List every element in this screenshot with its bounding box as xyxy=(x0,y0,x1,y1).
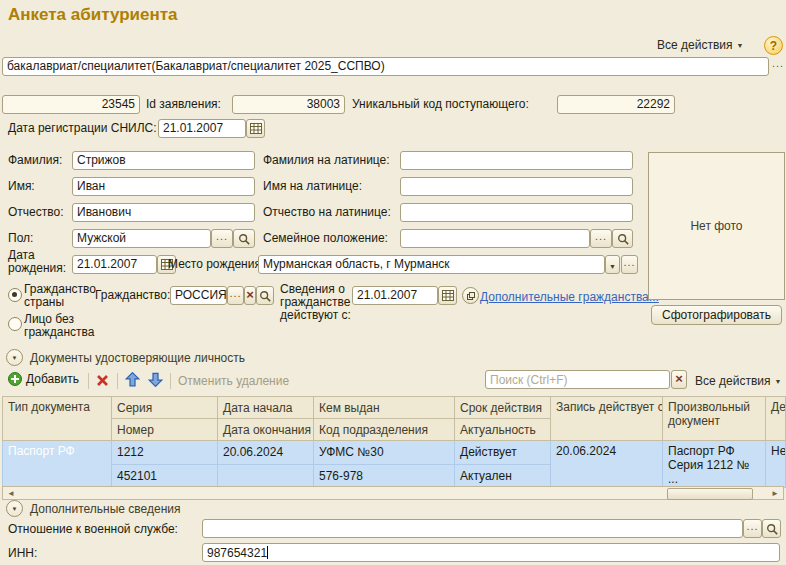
lastname-field[interactable]: Стрижов xyxy=(72,151,255,170)
lastname-latin-field[interactable] xyxy=(400,151,633,170)
marital-select-button[interactable] xyxy=(590,229,612,248)
cell-actuality[interactable]: Актуален xyxy=(455,464,551,488)
search-input[interactable] xyxy=(485,370,670,389)
magnifier-icon xyxy=(766,523,778,535)
cell-date-end[interactable] xyxy=(218,464,314,488)
collapse-icon xyxy=(6,500,23,517)
horizontal-scrollbar[interactable]: ◄ ► xyxy=(2,486,784,500)
inn-label: ИНН: xyxy=(8,547,37,560)
photo-placeholder: Нет фото xyxy=(648,152,785,300)
birthdate-field[interactable]: 21.01.2007 xyxy=(72,255,157,274)
toolbar-separator xyxy=(117,373,118,389)
magnifier-icon xyxy=(617,233,629,245)
military-field[interactable] xyxy=(202,519,743,538)
scrollbar-thumb[interactable] xyxy=(667,488,753,500)
firstname-field[interactable]: Иван xyxy=(72,177,255,196)
open-window-icon[interactable] xyxy=(462,287,479,304)
inn-field[interactable]: 987654321 xyxy=(202,543,780,562)
magnifier-icon xyxy=(238,233,250,245)
snils-date-field[interactable]: 21.01.2007 xyxy=(158,119,246,138)
additional-citizenship-link[interactable]: Дополнительные гражданства... xyxy=(480,290,659,304)
documents-section-header[interactable]: Документы удостоверяющие личность xyxy=(6,349,245,366)
add-document-button[interactable]: Добавить xyxy=(8,372,79,386)
cell-doc-type[interactable]: Паспорт РФ xyxy=(3,441,112,488)
marital-open-button[interactable] xyxy=(612,229,633,248)
col-series: Серия xyxy=(112,397,218,419)
arrow-down-icon xyxy=(148,372,163,387)
calendar-icon xyxy=(442,290,454,301)
record-id-field[interactable]: 23545 xyxy=(2,95,140,114)
birthplace-field[interactable]: Мурманская область, г Мурманск xyxy=(258,255,605,274)
program-more-button[interactable] xyxy=(772,60,784,72)
citizenship-country-radio[interactable] xyxy=(8,288,22,302)
birthplace-dropdown-button[interactable] xyxy=(605,255,620,274)
firstname-latin-label: Имя на латинице: xyxy=(263,180,362,193)
stateless-radio[interactable] xyxy=(8,317,22,331)
clear-icon xyxy=(246,288,254,303)
all-actions-menu-top[interactable]: Все действия xyxy=(657,38,743,52)
unique-code-label: Уникальный код поступающего: xyxy=(352,98,529,111)
citizenship-select-button[interactable] xyxy=(227,286,244,305)
birthplace-label: Место рождения: xyxy=(168,258,264,271)
ellipsis-icon xyxy=(623,258,635,272)
delete-document-button[interactable] xyxy=(96,374,109,387)
cell-dept-code[interactable]: 576-978 xyxy=(314,464,455,488)
cell-series[interactable]: 1212 xyxy=(112,441,218,465)
stateless-radio-label: Лицо без гражданства xyxy=(24,313,96,339)
citizenship-clear-button[interactable] xyxy=(244,286,256,305)
overlap-squares-icon xyxy=(467,292,475,300)
col-arbitrary-doc: Произвольный документ xyxy=(663,397,766,441)
citizenship-country-radio-label: Гражданство страны xyxy=(24,283,96,309)
citizenship-field[interactable]: РОССИЯ xyxy=(170,286,227,305)
gender-open-button[interactable] xyxy=(233,229,255,248)
undo-delete-button[interactable]: Отменить удаление xyxy=(178,374,289,388)
move-down-button[interactable] xyxy=(148,372,163,387)
citizenship-date-calendar-button[interactable] xyxy=(438,286,457,305)
move-up-button[interactable] xyxy=(125,372,140,387)
cell-validity[interactable]: Действует xyxy=(455,441,551,465)
snils-calendar-button[interactable] xyxy=(246,119,265,138)
applicant-form-window: Анкета абитуриента Все действия ? бакала… xyxy=(0,0,786,565)
col-number: Номер xyxy=(112,419,218,441)
cell-arbitrary-doc[interactable]: Паспорт РФ Серия 1212 № ... xyxy=(663,441,766,488)
table-row[interactable]: Паспорт РФ 1212 20.06.2024 УФМС №30 Дейс… xyxy=(3,441,786,465)
firstname-latin-field[interactable] xyxy=(400,177,633,196)
program-field[interactable]: бакалавриат/специалитет(Бакалавриат/спец… xyxy=(2,57,769,76)
military-select-button[interactable] xyxy=(743,519,762,538)
calendar-icon xyxy=(250,123,262,134)
gender-field[interactable]: Мужской xyxy=(72,229,211,248)
all-actions-label: Все действия xyxy=(695,374,770,388)
citizenship-label: Гражданство: xyxy=(95,289,170,302)
page-title: Анкета абитуриента xyxy=(8,5,178,25)
scroll-left-icon[interactable]: ◄ xyxy=(7,488,15,499)
additional-section-title: Дополнительные сведения xyxy=(30,502,180,516)
middlename-latin-field[interactable] xyxy=(400,203,633,222)
additional-section-header[interactable]: Дополнительные сведения xyxy=(6,500,180,517)
cell-number[interactable]: 452101 xyxy=(112,464,218,488)
citizenship-open-button[interactable] xyxy=(256,286,274,305)
take-photo-button[interactable]: Сфотографировать xyxy=(651,305,782,325)
military-open-button[interactable] xyxy=(762,519,781,538)
birthplace-select-button[interactable] xyxy=(621,255,638,274)
marital-field[interactable] xyxy=(400,229,590,248)
help-button[interactable]: ? xyxy=(764,36,783,55)
toolbar-separator xyxy=(170,373,171,389)
scroll-right-icon[interactable]: ► xyxy=(771,488,779,499)
citizenship-info-label: Сведения о гражданстве действуют с: xyxy=(280,283,352,322)
middlename-field[interactable]: Иванович xyxy=(72,203,255,222)
ellipsis-icon xyxy=(216,232,228,246)
col-doc-type: Тип документа xyxy=(3,397,112,441)
cell-truncated[interactable]: Не xyxy=(766,441,786,488)
citizenship-info-date-field[interactable]: 21.01.2007 xyxy=(352,286,438,305)
unique-code-field[interactable]: 22292 xyxy=(557,95,675,114)
search-clear-button[interactable] xyxy=(671,370,687,389)
cell-issued-by[interactable]: УФМС №30 xyxy=(314,441,455,465)
cell-record-from[interactable]: 20.06.2024 xyxy=(551,441,663,488)
col-date-start: Дата начала xyxy=(218,397,314,419)
documents-table: Тип документа Серия Дата начала Кем выда… xyxy=(2,396,786,488)
gender-select-button[interactable] xyxy=(211,229,233,248)
cell-date-start[interactable]: 20.06.2024 xyxy=(218,441,314,465)
inn-value: 987654321 xyxy=(207,546,267,560)
application-id-field[interactable]: 38003 xyxy=(232,95,345,114)
all-actions-menu-table[interactable]: Все действия xyxy=(695,374,781,388)
